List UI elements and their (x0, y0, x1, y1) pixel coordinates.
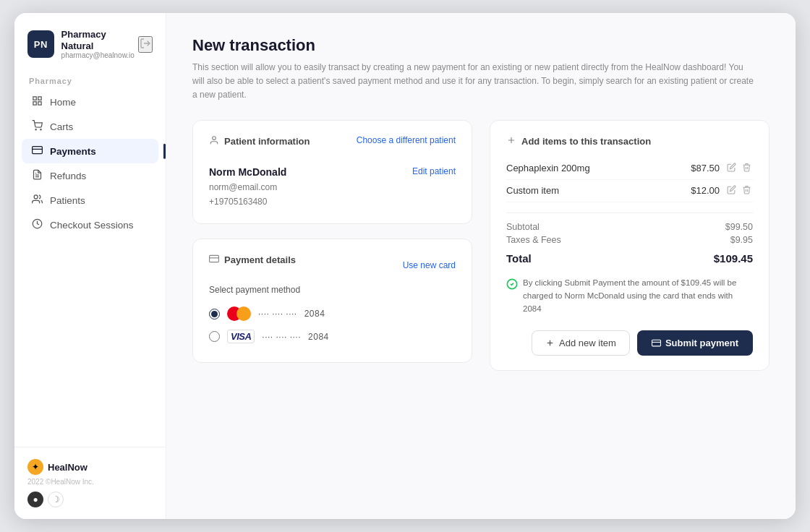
sidebar-item-patients-label: Patients (50, 195, 85, 206)
sidebar-nav: Home Carts Payments Refunds (14, 90, 166, 447)
payment-card-header: Payment details Use new card (209, 254, 456, 276)
right-column: Add items to this transaction Cephaplexi… (490, 120, 770, 371)
sidebar: PN Pharmacy Natural pharmacy@healnow.io … (14, 13, 166, 519)
confirmation-message: By clicking Submit Payment the amount of… (523, 276, 753, 316)
edit-patient-button[interactable]: Edit patient (412, 166, 456, 176)
sidebar-header: PN Pharmacy Natural pharmacy@healnow.io (14, 13, 166, 69)
sidebar-item-payments-label: Payments (50, 146, 96, 157)
confirmation-text: By clicking Submit Payment the amount of… (506, 276, 753, 316)
sidebar-item-checkout-sessions[interactable]: Checkout Sessions (22, 213, 158, 237)
payment-method-visa[interactable]: VISA ···· ···· ···· 2084 (209, 325, 456, 348)
svg-rect-3 (38, 102, 40, 105)
sidebar-brand-info: Pharmacy Natural pharmacy@healnow.io (61, 29, 138, 59)
page-description: This section will allow you to easily tr… (192, 61, 756, 103)
left-column: Patient information Choose a different p… (192, 120, 472, 371)
actions-row: Add new item Submit payment (506, 330, 753, 356)
choose-different-patient-button[interactable]: Choose a different patient (357, 135, 456, 145)
delete-item-2-button[interactable] (741, 184, 753, 198)
item-row-2: Custom item $12.00 (506, 180, 753, 202)
patients-icon (30, 194, 43, 207)
payment-icon (209, 254, 219, 266)
sidebar-brand-name: Pharmacy Natural (61, 29, 138, 51)
subtotal-label: Subtotal (506, 222, 540, 232)
svg-point-11 (34, 195, 38, 199)
patient-phone: +19705163480 (209, 194, 286, 209)
taxes-row: Taxes & Fees $9.95 (506, 233, 753, 246)
item-price-2: $12.00 (691, 185, 720, 196)
mastercard-logo (227, 306, 251, 321)
payments-icon (30, 145, 43, 158)
theme-toggles: ● ☽ (27, 492, 153, 507)
main-content: New transaction This section will allow … (166, 13, 796, 519)
sidebar-brand-email: pharmacy@healnow.io (61, 51, 138, 59)
select-payment-label: Select payment method (209, 285, 456, 295)
delete-item-1-button[interactable] (741, 161, 753, 176)
svg-rect-4 (33, 102, 35, 105)
svg-rect-1 (33, 97, 35, 100)
visa-logo: VISA (227, 330, 255, 343)
light-mode-button[interactable]: ☽ (48, 492, 64, 507)
items-icon (506, 135, 516, 147)
radio-mastercard[interactable] (209, 309, 220, 319)
svg-point-6 (40, 129, 40, 130)
subtotal-value: $99.50 (725, 222, 753, 232)
content-grid: Patient information Choose a different p… (192, 120, 770, 371)
logout-button[interactable] (138, 36, 153, 53)
submit-payment-button[interactable]: Submit payment (637, 330, 753, 356)
payment-method-mastercard[interactable]: ···· ···· ···· 2084 (209, 302, 456, 325)
taxes-value: $9.95 (730, 235, 753, 245)
edit-item-2-button[interactable] (725, 184, 738, 198)
sidebar-brand: PN Pharmacy Natural pharmacy@healnow.io (27, 29, 138, 59)
item-row-1: Cephaplexin 200mg $87.50 (506, 158, 753, 180)
taxes-label: Taxes & Fees (506, 235, 561, 245)
radio-visa[interactable] (209, 331, 220, 342)
sidebar-avatar: PN (27, 30, 54, 58)
patient-card-header: Patient information Choose a different p… (209, 135, 456, 158)
visa-last4: 2084 (308, 332, 329, 342)
items-card: Add items to this transaction Cephaplexi… (490, 120, 770, 371)
subtotal-row: Subtotal $99.50 (506, 220, 753, 233)
item-actions-2 (725, 184, 753, 198)
items-section-title: Add items to this transaction (506, 135, 753, 147)
healnow-logo-text: HealNow (48, 462, 88, 473)
visa-dots: ···· ···· ···· (262, 332, 301, 342)
dark-mode-button[interactable]: ● (27, 492, 43, 507)
totals-section: Subtotal $99.50 Taxes & Fees $9.95 Total… (506, 213, 753, 266)
carts-icon (30, 120, 43, 133)
use-new-card-button[interactable]: Use new card (403, 260, 456, 270)
sidebar-item-payments[interactable]: Payments (22, 139, 158, 163)
healnow-logo: ✦ HealNow (27, 459, 153, 475)
sidebar-footer: ✦ HealNow 2022 ©HealNow Inc. ● ☽ (14, 447, 166, 519)
sidebar-item-carts-label: Carts (50, 121, 73, 132)
check-icon (506, 277, 518, 296)
sidebar-item-checkout-sessions-label: Checkout Sessions (50, 220, 134, 231)
sidebar-section-label: Pharmacy (14, 69, 166, 90)
total-value: $109.45 (714, 252, 753, 265)
svg-rect-21 (652, 340, 660, 346)
checkout-sessions-icon (30, 218, 43, 231)
sidebar-item-home[interactable]: Home (22, 90, 158, 114)
page-title: New transaction (192, 36, 770, 55)
healnow-copyright: 2022 ©HealNow Inc. (27, 478, 153, 486)
sidebar-item-refunds[interactable]: Refunds (22, 163, 158, 188)
svg-point-5 (35, 129, 36, 130)
mastercard-last4: 2084 (304, 309, 325, 319)
mastercard-dots: ···· ···· ···· (258, 309, 297, 319)
patient-name: Norm McDonald (209, 166, 286, 178)
add-new-item-button[interactable]: Add new item (532, 330, 630, 356)
edit-item-1-button[interactable] (725, 161, 738, 176)
refunds-icon (30, 169, 43, 182)
add-item-label: Add new item (559, 338, 616, 348)
sidebar-item-carts[interactable]: Carts (22, 114, 158, 139)
item-price-1: $87.50 (691, 163, 720, 173)
patient-icon (209, 135, 219, 147)
grand-total-row: Total $109.45 (506, 251, 753, 266)
mc-yellow-circle (236, 306, 251, 321)
sidebar-item-patients[interactable]: Patients (22, 188, 158, 213)
item-name-2: Custom item (506, 185, 691, 196)
item-actions-1 (725, 161, 753, 176)
home-icon (30, 95, 43, 108)
total-label: Total (506, 252, 532, 265)
svg-rect-7 (32, 147, 42, 154)
sidebar-item-home-label: Home (50, 97, 76, 108)
